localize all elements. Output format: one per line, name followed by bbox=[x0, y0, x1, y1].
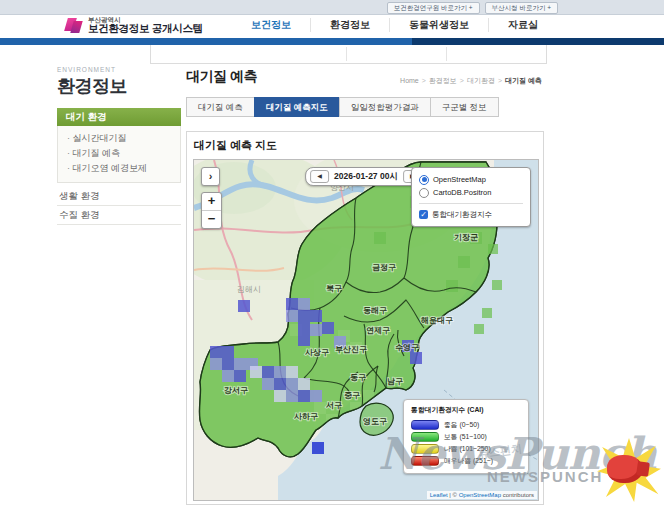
tab-bar: 대기질 예측대기질 예측지도일일정합평가결과구군별 정보 bbox=[186, 97, 544, 117]
layer-label: OpenStreetMap bbox=[433, 175, 486, 184]
title-row: 대기질 예측 Home>환경정보>대기환경>대기질 예측 bbox=[186, 64, 544, 94]
sidebar: ENVIRONMENT 환경정보 대기 환경 실시간대기질대기질 예측대기오염 … bbox=[57, 66, 181, 225]
breadcrumb-item[interactable]: 대기환경 bbox=[467, 77, 495, 84]
submenu-divider bbox=[346, 47, 347, 61]
sidebar-item-air-environment[interactable]: 대기 환경 bbox=[57, 108, 181, 126]
busan-logo-icon bbox=[64, 16, 83, 34]
layer-control: OpenStreetMapCartoDB.Positron✓통합대기환경지수 bbox=[411, 167, 531, 227]
base-layer-option[interactable]: OpenStreetMap bbox=[419, 173, 523, 186]
sidebar-submenu: 실시간대기질대기질 예측대기오염 예경보제 bbox=[57, 126, 181, 183]
tab-대기질 예측[interactable]: 대기질 예측 bbox=[186, 97, 255, 117]
sidebar-subitem[interactable]: 대기오염 예경보제 bbox=[67, 161, 180, 176]
district-label-사상구: 사상구 bbox=[305, 348, 329, 357]
tab-일일정합평가결과[interactable]: 일일정합평가결과 bbox=[339, 97, 431, 117]
site-logo[interactable]: 부산광역시 보건환경정보 공개시스템 bbox=[64, 16, 203, 35]
map-zoom-control: + − bbox=[201, 192, 222, 229]
nav-item-보건정보[interactable]: 보건정보 bbox=[232, 18, 310, 32]
district-label-영도구: 영도구 bbox=[363, 417, 387, 426]
checkbox-icon: ✓ bbox=[419, 210, 428, 219]
breadcrumb-item[interactable]: 환경정보 bbox=[429, 77, 457, 84]
base-layer-option[interactable]: CartoDB.Positron bbox=[419, 186, 523, 199]
map-legend: 통합대기환경지수 (CAI) 좋음 (0~50)보통 (51~100)나쁨 (1… bbox=[403, 399, 529, 474]
legend-label: 나쁨 (101~250) bbox=[444, 444, 491, 454]
page-title: 대기질 예측 bbox=[186, 68, 257, 86]
osm-link[interactable]: OpenStreetMap bbox=[459, 492, 501, 498]
breadcrumb-separator: > bbox=[460, 77, 464, 84]
quick-links: 보건환경연구원 바로가기 +부산시청 바로가기 + bbox=[387, 2, 558, 14]
legend-title: 통합대기환경지수 (CAI) bbox=[411, 405, 521, 415]
radio-icon bbox=[419, 175, 429, 185]
header-accent-bar bbox=[0, 38, 664, 45]
section-title: 대기질 예측 지도 bbox=[194, 138, 536, 161]
district-label-금정구: 금정구 bbox=[372, 263, 396, 272]
legend-label: 좋음 (0~50) bbox=[444, 420, 479, 430]
map[interactable]: 김해시양산시 기장군금정구북구동래구해운대구연제구수영구부산진구사상구강서구사하… bbox=[193, 159, 539, 501]
forecast-datetime: 2026-01-27 00시 bbox=[334, 171, 398, 183]
breadcrumb-separator: > bbox=[498, 77, 502, 84]
district-label-수영구: 수영구 bbox=[395, 343, 419, 352]
forecast-time-control: ◀ 2026-01-27 00시 ▶ bbox=[305, 167, 427, 186]
district-label-중구: 중구 bbox=[344, 391, 360, 400]
radio-icon bbox=[419, 188, 429, 198]
city-label-김해시: 김해시 bbox=[237, 285, 261, 294]
submenu-panel bbox=[150, 45, 547, 64]
legend-item: 좋음 (0~50) bbox=[411, 419, 521, 431]
district-label-강서구: 강서구 bbox=[224, 386, 248, 395]
legend-color-bar bbox=[411, 420, 439, 430]
legend-item: 매우나쁨 (251~) bbox=[411, 455, 521, 467]
sidebar-item[interactable]: 생활 환경 bbox=[57, 187, 181, 206]
page: 보건환경연구원 바로가기 +부산시청 바로가기 + 부산광역시 보건환경정보 공… bbox=[0, 0, 664, 509]
tab-대기질 예측지도[interactable]: 대기질 예측지도 bbox=[254, 97, 340, 117]
zoom-out-button[interactable]: − bbox=[202, 211, 221, 228]
top-utility-bar: 보건환경연구원 바로가기 +부산시청 바로가기 + bbox=[0, 0, 664, 15]
overlay-layer-option[interactable]: ✓통합대기환경지수 bbox=[419, 208, 523, 221]
district-label-남구: 남구 bbox=[387, 377, 403, 386]
sidebar-menus: 생활 환경수질 환경 bbox=[57, 187, 181, 225]
prev-hour-button[interactable]: ◀ bbox=[310, 170, 329, 183]
district-label-북구: 북구 bbox=[326, 284, 342, 293]
breadcrumb-item[interactable]: Home bbox=[400, 77, 419, 84]
layer-label: CartoDB.Positron bbox=[433, 188, 491, 197]
forecast-map-panel: 대기질 예측 지도 bbox=[186, 131, 544, 505]
layer-divider bbox=[419, 203, 523, 204]
nav-item-자료실[interactable]: 자료실 bbox=[488, 18, 557, 32]
breadcrumb-item: 대기질 예측 bbox=[505, 77, 542, 84]
legend-label: 보통 (51~100) bbox=[444, 432, 487, 442]
district-label-해운대구: 해운대구 bbox=[420, 316, 453, 325]
nav-item-동물위생정보[interactable]: 동물위생정보 bbox=[389, 18, 488, 32]
nav-item-환경정보[interactable]: 환경정보 bbox=[310, 18, 389, 32]
legend-label: 매우나쁨 (251~) bbox=[444, 456, 493, 466]
logo-line2: 보건환경정보 공개시스템 bbox=[88, 23, 203, 35]
quick-link-button[interactable]: 보건환경연구원 바로가기 + bbox=[387, 2, 480, 14]
sidebar-subitem[interactable]: 실시간대기질 bbox=[67, 131, 180, 146]
sidebar-item[interactable]: 수질 환경 bbox=[57, 206, 181, 225]
logo-text: 부산광역시 보건환경정보 공개시스템 bbox=[88, 16, 203, 35]
breadcrumb: Home>환경정보>대기환경>대기질 예측 bbox=[400, 76, 542, 86]
map-attribution: Leaflet | © OpenStreetMap contributors bbox=[427, 491, 537, 499]
main-nav: 보건정보환경정보동물위생정보자료실 bbox=[232, 18, 557, 32]
layer-label: 통합대기환경지수 bbox=[432, 210, 492, 220]
legend-color-bar bbox=[411, 444, 439, 454]
map-expand-button[interactable]: › bbox=[201, 167, 220, 186]
legend-color-bar bbox=[411, 432, 439, 442]
site-header: 부산광역시 보건환경정보 공개시스템 보건정보환경정보동물위생정보자료실 bbox=[0, 15, 664, 38]
quick-link-button[interactable]: 부산시청 바로가기 + bbox=[485, 2, 558, 14]
sidebar-title: 환경정보 bbox=[57, 74, 181, 98]
sidebar-subitem[interactable]: 대기질 예측 bbox=[67, 146, 180, 161]
district-label-연제구: 연제구 bbox=[366, 326, 390, 335]
main-content: 대기질 예측 Home>환경정보>대기환경>대기질 예측 대기질 예측대기질 예… bbox=[186, 64, 544, 117]
district-label-기장군: 기장군 bbox=[454, 233, 478, 242]
district-label-동래구: 동래구 bbox=[363, 306, 387, 315]
submenu-divider bbox=[446, 47, 447, 61]
breadcrumb-separator: > bbox=[422, 77, 426, 84]
district-label-서구: 서구 bbox=[326, 401, 342, 410]
district-label-동구: 동구 bbox=[350, 373, 366, 382]
legend-item: 나쁨 (101~250) bbox=[411, 443, 521, 455]
district-label-부산진구: 부산진구 bbox=[335, 345, 367, 354]
legend-color-bar bbox=[411, 456, 439, 466]
legend-item: 보통 (51~100) bbox=[411, 431, 521, 443]
zoom-in-button[interactable]: + bbox=[202, 193, 221, 211]
sidebar-eyebrow: ENVIRONMENT bbox=[57, 66, 181, 73]
leaflet-link[interactable]: Leaflet bbox=[430, 492, 448, 498]
tab-구군별 정보[interactable]: 구군별 정보 bbox=[430, 97, 499, 117]
